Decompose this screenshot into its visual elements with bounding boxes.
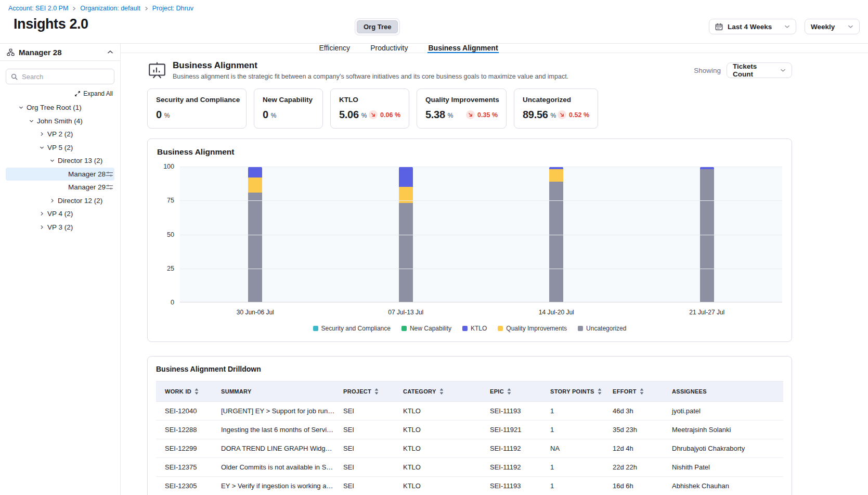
y-axis-tick: 25 bbox=[167, 265, 174, 272]
tree-item[interactable]: VP 5 (2) bbox=[6, 141, 114, 155]
column-header[interactable]: PROJECT bbox=[339, 382, 399, 402]
sort-icon[interactable] bbox=[195, 388, 199, 395]
x-axis-label: 07 Jul-13 Jul bbox=[331, 309, 482, 316]
table-cell: SEI-12299 bbox=[156, 439, 217, 458]
kpi-unit: % bbox=[164, 112, 170, 119]
tab-business-alignment[interactable]: Business Alignment bbox=[427, 44, 498, 53]
column-header-label: SUMMARY bbox=[221, 388, 252, 395]
tree-item[interactable]: VP 3 (2) bbox=[6, 221, 114, 234]
tree-item[interactable]: Director 13 (2) bbox=[6, 154, 114, 168]
tree-chevron-icon[interactable] bbox=[18, 105, 24, 110]
calendar-icon bbox=[715, 23, 723, 31]
table-cell: EY > Verify if ingestion is working as e… bbox=[217, 477, 339, 495]
org-tree: Org Tree Root (1) John Smith (4) VP 2 (2… bbox=[6, 101, 114, 234]
tab-productivity[interactable]: Productivity bbox=[370, 44, 408, 53]
column-header[interactable]: CATEGORY bbox=[399, 382, 486, 402]
tree-chevron-icon[interactable] bbox=[49, 198, 56, 204]
date-range-value: Last 4 Weeks bbox=[728, 23, 780, 31]
expand-all-button[interactable]: Expand All bbox=[7, 90, 113, 97]
tree-item[interactable]: VP 4 (2) bbox=[6, 207, 114, 221]
legend-label: Security and Compliance bbox=[321, 325, 391, 332]
tree-item-label: Director 13 (2) bbox=[58, 157, 102, 164]
table-cell: KTLO bbox=[399, 458, 486, 477]
kpi-trend-badge: 0.52 % bbox=[558, 110, 589, 119]
sidebar-title: Manager 28 bbox=[19, 48, 103, 57]
legend-label: New Capability bbox=[410, 325, 451, 332]
column-header[interactable]: SUMMARY bbox=[217, 382, 339, 402]
breadcrumb-project-link[interactable]: Project: Dhruv bbox=[152, 5, 193, 12]
tree-chevron-icon[interactable] bbox=[38, 145, 45, 150]
tree-chevron-icon[interactable] bbox=[38, 211, 45, 217]
tree-item-label: Director 12 (2) bbox=[58, 197, 102, 205]
x-axis-label: 21 Jul-27 Jul bbox=[632, 309, 783, 316]
table-cell: 1 bbox=[546, 477, 608, 495]
x-axis-label: 30 Jun-06 Jul bbox=[180, 309, 331, 316]
legend-item[interactable]: KTLO bbox=[462, 325, 487, 332]
tree-chevron-icon[interactable] bbox=[38, 131, 45, 137]
tree-item[interactable]: Manager 28 bbox=[6, 168, 114, 181]
showing-value: Tickets Count bbox=[733, 62, 775, 78]
sort-icon[interactable] bbox=[439, 388, 444, 395]
chevron-up-icon[interactable] bbox=[107, 50, 113, 54]
table-row[interactable]: SEI-12375Older Commits is not available … bbox=[156, 458, 783, 477]
column-header[interactable]: STORY POINTS bbox=[546, 382, 608, 402]
section-header: Business Alignment Business alignment is… bbox=[147, 59, 792, 86]
tree-item-label: Org Tree Root (1) bbox=[27, 104, 82, 111]
table-cell: SEI-12040 bbox=[156, 402, 217, 421]
legend-item[interactable]: Quality Improvements bbox=[498, 325, 567, 332]
legend-item[interactable]: Security and Compliance bbox=[313, 325, 391, 332]
tree-item[interactable]: Director 12 (2) bbox=[6, 194, 114, 208]
chart-title: Business Alignment bbox=[157, 147, 782, 157]
breadcrumb-organization-link[interactable]: Organization: default bbox=[80, 5, 140, 12]
tree-chevron-icon[interactable] bbox=[49, 158, 56, 163]
column-header[interactable]: EFFORT bbox=[608, 382, 668, 402]
sidebar-header[interactable]: Manager 28 bbox=[0, 44, 120, 61]
table-row[interactable]: SEI-12288Ingesting the last 6 months of … bbox=[156, 421, 783, 439]
table-cell: DORA TREND LINE GRAPH Widgets is n... bbox=[217, 439, 339, 458]
main-panel: Efficiency Productivity Business Alignme… bbox=[121, 44, 868, 495]
breadcrumb-account-link[interactable]: Account: SEI 2.0 PM bbox=[8, 5, 68, 12]
bar-segment bbox=[700, 169, 714, 302]
column-header[interactable]: EPIC bbox=[486, 382, 546, 402]
table-cell: SEI-11192 bbox=[486, 458, 546, 477]
column-header[interactable]: WORK ID bbox=[156, 382, 217, 402]
legend-item[interactable]: Uncategorized bbox=[578, 325, 626, 332]
showing-select[interactable]: Tickets Count bbox=[727, 62, 792, 78]
table-row[interactable]: SEI-12305EY > Verify if ingestion is wor… bbox=[156, 477, 783, 495]
search-input[interactable] bbox=[22, 73, 113, 81]
bar-segment bbox=[399, 203, 413, 302]
header-controls: Last 4 Weeks Weekly bbox=[709, 19, 860, 34]
org-tree-button[interactable]: Org Tree bbox=[357, 20, 398, 33]
tab-efficiency[interactable]: Efficiency bbox=[318, 44, 351, 53]
bar-segment bbox=[549, 169, 563, 181]
legend-item[interactable]: New Capability bbox=[401, 325, 451, 332]
tree-item[interactable]: Org Tree Root (1) bbox=[6, 101, 114, 115]
kpi-trend-value: 0.35 % bbox=[477, 111, 498, 119]
gridline bbox=[180, 235, 782, 235]
table-cell: SEI-11921 bbox=[486, 421, 546, 439]
legend-swatch bbox=[498, 326, 503, 331]
date-range-select[interactable]: Last 4 Weeks bbox=[709, 19, 796, 34]
column-header[interactable]: ASSIGNEES bbox=[668, 382, 783, 402]
tree-item[interactable]: John Smith (4) bbox=[6, 115, 114, 128]
tree-item[interactable]: Manager 29 bbox=[6, 181, 114, 194]
table-row[interactable]: SEI-12299DORA TREND LINE GRAPH Widgets i… bbox=[156, 439, 783, 458]
tree-item[interactable]: VP 2 (2) bbox=[6, 128, 114, 141]
tree-item-label: VP 2 (2) bbox=[47, 130, 73, 138]
table-cell: KTLO bbox=[399, 439, 486, 458]
tree-chevron-icon[interactable] bbox=[38, 224, 45, 230]
sort-icon[interactable] bbox=[507, 388, 511, 395]
sort-icon[interactable] bbox=[598, 388, 602, 395]
sort-icon[interactable] bbox=[374, 388, 379, 395]
granularity-select[interactable]: Weekly bbox=[805, 19, 860, 34]
table-row[interactable]: SEI-12040[URGENT] EY > Support for job r… bbox=[156, 402, 783, 421]
table-cell: 35d 23h bbox=[608, 421, 668, 439]
sort-icon[interactable] bbox=[640, 388, 644, 395]
kpi-unit: % bbox=[271, 112, 277, 119]
tree-chevron-icon[interactable] bbox=[28, 118, 35, 124]
filter-sliders-icon[interactable] bbox=[106, 184, 113, 191]
tree-item-label: VP 5 (2) bbox=[47, 144, 73, 151]
trend-down-icon bbox=[558, 110, 566, 119]
filter-sliders-icon[interactable] bbox=[106, 171, 113, 177]
kpi-card: Security and Compliance 0 % bbox=[147, 88, 247, 129]
